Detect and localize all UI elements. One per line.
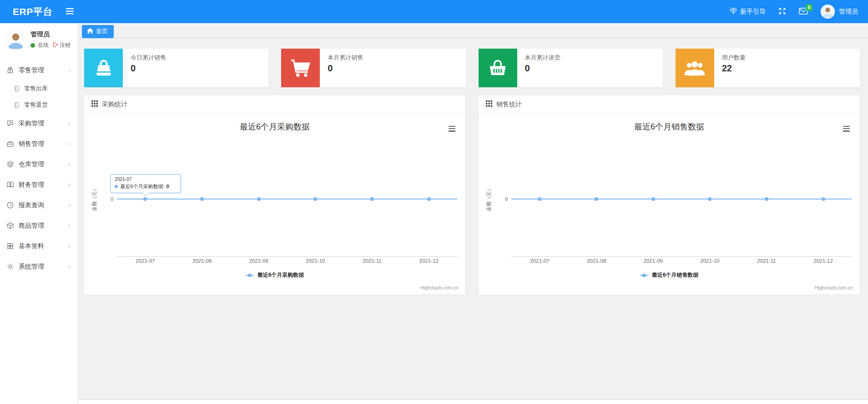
chart-tooltip: 2021-07 最近6个月采购数据: 0	[110, 174, 181, 193]
y-axis-tick-label: 0	[505, 196, 508, 202]
tooltip-series-label: 最近6个月采购数据:	[120, 183, 164, 190]
panel-title: 采购统计	[102, 100, 127, 109]
tooltip-series-dot-icon	[115, 185, 118, 188]
data-point-marker[interactable]	[200, 197, 204, 201]
gear-icon	[6, 263, 14, 270]
stat-value: 22	[722, 63, 746, 74]
sidebar-subitem-retail-return[interactable]: 零售退货	[0, 97, 78, 113]
sidebar-item-retail[interactable]: 零售管理	[0, 60, 78, 80]
shopping-basket-icon	[479, 49, 517, 87]
message-count-badge: 0	[806, 4, 812, 11]
chart-panels-row: 采购统计 最近6个月采购数据 金额（元） 0 2021-07	[84, 95, 860, 294]
sidebar-item-products[interactable]: 商品管理	[0, 215, 78, 236]
logout-icon	[52, 42, 58, 49]
sidebar-item-label: 仓库管理	[19, 160, 67, 169]
x-axis-tick-label: 2021-07	[117, 258, 174, 264]
user-menu[interactable]: 管理员	[821, 5, 858, 19]
legend-item[interactable]: 最近6个月采购数据	[84, 271, 465, 279]
stat-card-user-count: 用户数量 22	[676, 49, 860, 87]
sidebar-item-label: 商品管理	[19, 222, 67, 230]
chevron-left-icon	[67, 223, 72, 229]
sidebar-item-warehouse[interactable]: 仓库管理	[0, 154, 78, 175]
logout-button[interactable]: 注销	[52, 41, 71, 49]
highcharts-credits-link[interactable]: Highcharts.com.cn	[815, 285, 853, 290]
x-axis-tick-label: 2021-10	[681, 258, 738, 264]
data-point-marker[interactable]	[257, 197, 261, 201]
chart-context-menu-button[interactable]	[842, 124, 851, 134]
avatar	[821, 5, 835, 19]
chart-context-menu-button[interactable]	[448, 124, 456, 134]
sidebar-menu: 零售管理 零售出库 零售退货 采购管理 销售管理 仓库管理	[0, 60, 78, 277]
chevron-left-icon	[67, 121, 72, 126]
grid-dots-icon	[91, 100, 98, 108]
chevron-down-icon	[67, 68, 72, 73]
sidebar-item-sales[interactable]: 销售管理	[0, 134, 78, 154]
fullscreen-button[interactable]	[778, 7, 786, 16]
highcharts-credits-link[interactable]: Highcharts.com.cn	[420, 285, 458, 290]
hamburger-icon	[66, 8, 74, 16]
plot-area: 金额（元） 0 2021-07 最近6个月采购数据: 0	[117, 141, 457, 257]
data-point-marker[interactable]	[313, 197, 317, 201]
x-axis-labels: 2021-072021-082021-092021-102021-112021-…	[117, 258, 457, 264]
sidebar-subitem-label: 零售出库	[24, 85, 48, 93]
package-icon	[6, 222, 14, 229]
x-axis-tick-label: 2021-10	[287, 258, 344, 264]
x-axis-tick-label: 2021-12	[400, 258, 457, 264]
legend-marker-icon	[640, 274, 648, 277]
chevron-left-icon	[67, 141, 72, 147]
stat-card-today-sales: 今日累计销售 0	[84, 49, 268, 87]
data-point-marker[interactable]	[538, 197, 541, 201]
sidebar-item-label: 采购管理	[19, 120, 67, 128]
panel-header: 采购统计	[84, 95, 465, 114]
tooltip-category: 2021-07	[115, 177, 177, 182]
shopping-cart-icon	[281, 49, 320, 87]
grid-dots-icon	[486, 100, 492, 108]
guide-label: 新手引导	[740, 8, 766, 16]
footer-divider	[78, 399, 868, 404]
data-point-marker[interactable]	[143, 197, 147, 201]
retail-submenu: 零售出库 零售退货	[0, 80, 78, 113]
x-axis-tick-label: 2021-09	[230, 258, 287, 264]
sidebar-item-purchase[interactable]: 采购管理	[0, 113, 78, 134]
messages-button[interactable]: 0	[799, 8, 808, 16]
tab-home[interactable]: 首页	[82, 25, 114, 38]
data-point-marker[interactable]	[370, 197, 374, 201]
x-axis-tick-label: 2021-08	[568, 258, 625, 264]
briefcase-icon	[6, 140, 14, 148]
sidebar-toggle-button[interactable]	[66, 8, 74, 16]
purchase-chart: 最近6个月采购数据 金额（元） 0 2021-07 最近6个月采购数据:	[84, 114, 465, 294]
chevron-left-icon	[67, 203, 72, 208]
stat-value: 0	[328, 63, 363, 74]
sidebar-item-finance[interactable]: 财务管理	[0, 175, 78, 195]
stat-cards-row: 今日累计销售 0 本月累计销售 0 本月累计进货 0	[84, 49, 860, 87]
x-axis-tick-label: 2021-07	[511, 258, 568, 264]
legend-item[interactable]: 最近6个月销售数据	[479, 271, 860, 279]
sidebar-item-label: 报表查询	[19, 201, 67, 209]
notebook-icon	[14, 102, 20, 108]
dashboard-content: 今日累计销售 0 本月累计销售 0 本月累计进货 0	[78, 38, 868, 294]
x-axis-tick-label: 2021-08	[174, 258, 231, 264]
sidebar-item-system[interactable]: 系统管理	[0, 256, 78, 277]
data-point-marker[interactable]	[427, 197, 431, 201]
sidebar-item-label: 零售管理	[19, 66, 67, 75]
sidebar: 管理员 在线 注销 零售管理 零售出库	[0, 23, 78, 404]
sidebar-subitem-label: 零售退货	[24, 101, 48, 109]
panel-header: 销售统计	[479, 95, 860, 114]
data-point-marker[interactable]	[708, 197, 712, 201]
notebook-icon	[14, 85, 20, 92]
sidebar-username: 管理员	[30, 30, 71, 39]
sidebar-item-label: 销售管理	[19, 140, 67, 148]
guide-link[interactable]: 新手引导	[730, 8, 766, 16]
shopping-bag-icon	[84, 49, 123, 87]
data-point-marker[interactable]	[595, 197, 598, 201]
y-axis-title: 金额（元）	[479, 141, 498, 256]
sidebar-item-basedata[interactable]: 基本资料	[0, 236, 78, 256]
data-point-marker[interactable]	[765, 197, 768, 201]
data-point-marker[interactable]	[651, 197, 655, 201]
panel-title: 销售统计	[496, 100, 522, 109]
data-point-marker[interactable]	[822, 197, 825, 201]
stat-card-month-purchase: 本月累计进货 0	[479, 49, 663, 87]
sidebar-subitem-retail-outbound[interactable]: 零售出库	[0, 80, 78, 97]
sidebar-item-label: 基本资料	[19, 242, 67, 250]
sidebar-item-reports[interactable]: 报表查询	[0, 195, 78, 215]
